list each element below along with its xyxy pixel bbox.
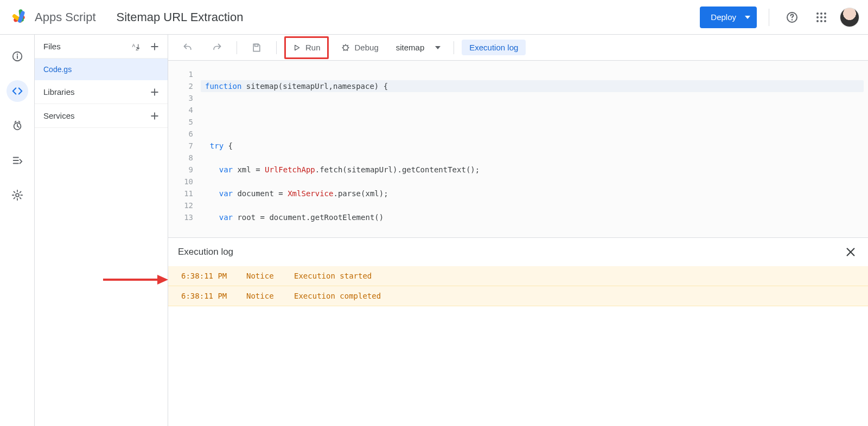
run-button[interactable]: Run xyxy=(286,38,327,57)
sort-az-icon: AZ xyxy=(131,42,141,51)
svg-point-12 xyxy=(816,20,819,22)
log-row: 6:38:11 PM Notice Execution started xyxy=(168,266,868,286)
log-level: Notice xyxy=(246,272,279,280)
execution-log-panel: Execution log 6:38:11 PM Notice Executio… xyxy=(168,237,868,426)
deploy-label: Deploy xyxy=(711,12,736,22)
nav-rail xyxy=(0,35,35,426)
separator xyxy=(276,41,277,54)
file-item-code[interactable]: Code.gs xyxy=(35,59,168,80)
play-icon xyxy=(292,43,301,52)
svg-point-5 xyxy=(792,19,793,20)
svg-point-19 xyxy=(16,193,19,197)
log-timestamp: 6:38:11 PM xyxy=(181,272,231,280)
editor-icon xyxy=(11,85,23,97)
plus-icon xyxy=(149,111,160,121)
svg-point-8 xyxy=(824,12,826,15)
header-actions: Deploy xyxy=(700,7,859,28)
code-editor[interactable]: 1 2 3 4 5 6 7 8 9 10 11 12 13 function s… xyxy=(168,61,868,237)
save-icon xyxy=(251,42,262,53)
close-icon xyxy=(845,246,857,258)
services-section: Services xyxy=(35,104,168,128)
separator xyxy=(237,41,237,54)
files-label: Files xyxy=(43,42,61,51)
files-panel: Files AZ Code.gs Libraries Services xyxy=(35,35,168,426)
svg-point-17 xyxy=(16,54,17,55)
chevron-down-icon xyxy=(435,46,441,49)
close-log-button[interactable] xyxy=(843,244,858,260)
apps-menu-button[interactable] xyxy=(810,7,832,28)
code-content[interactable]: function sitemap(sitemapUrl,namespace) {… xyxy=(199,61,868,237)
svg-point-14 xyxy=(824,20,826,22)
info-icon xyxy=(11,50,23,62)
log-message: Execution started xyxy=(294,272,372,280)
main-area: Run Debug sitemap Execution log 1 2 3 4 … xyxy=(168,35,868,426)
svg-point-11 xyxy=(824,16,826,18)
add-service-button[interactable] xyxy=(147,108,162,124)
account-avatar[interactable] xyxy=(840,8,859,27)
product-name: Apps Script xyxy=(35,10,96,24)
log-message: Execution completed xyxy=(294,292,381,300)
services-label: Services xyxy=(43,111,75,120)
plus-icon xyxy=(149,41,160,52)
log-rows: 6:38:11 PM Notice Execution started 6:38… xyxy=(168,266,868,306)
separator xyxy=(769,9,769,26)
project-title[interactable]: Sitemap URL Extraction xyxy=(117,10,244,24)
svg-point-13 xyxy=(820,20,822,22)
file-name: Code.gs xyxy=(43,65,72,74)
libraries-label: Libraries xyxy=(43,87,75,96)
debug-label: Debug xyxy=(355,43,379,52)
logo: Apps Script xyxy=(11,8,96,27)
svg-point-7 xyxy=(820,12,822,15)
gear-icon xyxy=(11,189,23,201)
log-header: Execution log xyxy=(168,238,868,266)
add-file-button[interactable] xyxy=(147,39,162,54)
nav-triggers[interactable] xyxy=(7,115,28,137)
editor-toolbar: Run Debug sitemap Execution log xyxy=(168,35,868,61)
chevron-down-icon xyxy=(745,16,750,19)
execution-log-label: Execution log xyxy=(469,43,518,52)
function-selected: sitemap xyxy=(396,43,425,52)
add-library-button[interactable] xyxy=(147,85,162,100)
sort-files-button[interactable]: AZ xyxy=(129,39,144,54)
log-title: Execution log xyxy=(178,247,233,257)
clock-icon xyxy=(11,120,23,132)
apps-grid-icon xyxy=(816,12,827,23)
svg-point-6 xyxy=(816,12,819,15)
svg-rect-22 xyxy=(255,44,258,46)
debug-icon xyxy=(341,43,350,53)
apps-script-logo-icon xyxy=(11,8,29,27)
undo-icon xyxy=(182,42,193,53)
save-button[interactable] xyxy=(245,38,269,57)
executions-icon xyxy=(11,154,23,166)
redo-icon xyxy=(212,42,222,53)
svg-point-9 xyxy=(816,16,819,18)
redo-button[interactable] xyxy=(205,38,229,57)
undo-button[interactable] xyxy=(176,38,200,57)
line-gutter: 1 2 3 4 5 6 7 8 9 10 11 12 13 xyxy=(168,61,199,237)
app-header: Apps Script Sitemap URL Extraction Deplo… xyxy=(0,0,868,35)
help-icon xyxy=(786,11,799,24)
log-row: 6:38:11 PM Notice Execution completed xyxy=(168,286,868,306)
nav-executions[interactable] xyxy=(7,150,28,171)
svg-text:A: A xyxy=(132,43,136,48)
libraries-section: Libraries xyxy=(35,80,168,104)
execution-log-toggle[interactable]: Execution log xyxy=(462,40,526,55)
log-level: Notice xyxy=(246,292,279,300)
log-timestamp: 6:38:11 PM xyxy=(181,292,231,300)
nav-overview[interactable] xyxy=(7,46,28,67)
function-select[interactable]: sitemap xyxy=(391,38,446,57)
deploy-button[interactable]: Deploy xyxy=(700,7,757,28)
svg-rect-16 xyxy=(17,55,18,59)
help-button[interactable] xyxy=(781,7,803,28)
files-header: Files AZ xyxy=(35,35,168,59)
nav-settings[interactable] xyxy=(7,184,28,206)
debug-button[interactable]: Debug xyxy=(334,38,385,57)
svg-point-10 xyxy=(820,16,822,18)
separator xyxy=(454,41,454,54)
run-label: Run xyxy=(305,43,321,52)
nav-editor[interactable] xyxy=(7,80,28,102)
plus-icon xyxy=(149,87,160,98)
